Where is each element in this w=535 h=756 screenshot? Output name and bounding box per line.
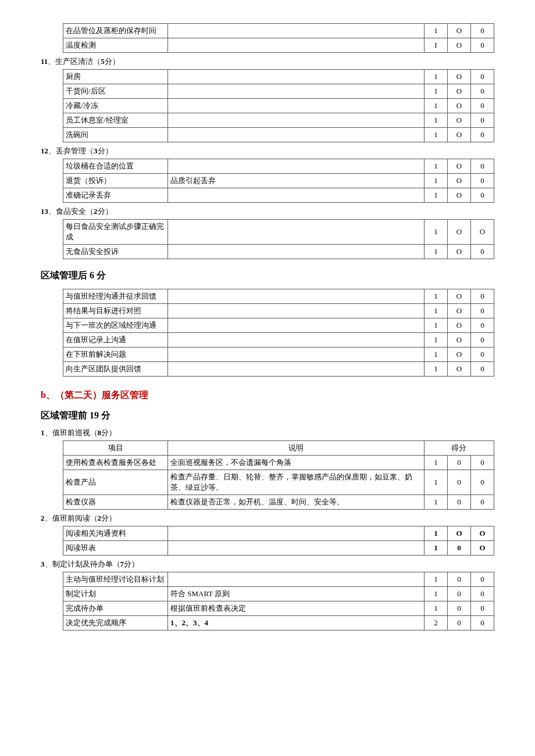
row-score-2: O bbox=[448, 38, 471, 53]
row-item: 在值班记录上沟通 bbox=[63, 333, 168, 347]
section-11-num: 11 bbox=[41, 57, 48, 66]
row-desc bbox=[168, 84, 425, 99]
row-desc bbox=[168, 333, 425, 347]
row-score-3: 0 bbox=[470, 470, 494, 495]
row-item: 干货间/后区 bbox=[63, 84, 168, 99]
row-desc bbox=[168, 362, 425, 377]
row-score-3: 0 bbox=[471, 70, 494, 84]
row-item: 垃圾桶在合适的位置 bbox=[63, 159, 168, 174]
row-desc bbox=[168, 220, 425, 245]
row-score-1: I bbox=[425, 38, 448, 53]
row-score-1: 2 bbox=[425, 616, 448, 630]
row-score-3: 0 bbox=[471, 99, 494, 113]
row-item: 阅读班表 bbox=[63, 541, 168, 556]
section-13-num: 13 bbox=[41, 207, 48, 216]
table-row: 与值班经理沟通并征求回馈1O0 bbox=[63, 289, 494, 304]
row-item: 与下一班次的区域经理沟通 bbox=[63, 318, 168, 333]
section-12-title: 、丢弃管理（ bbox=[48, 146, 94, 155]
row-score-1: 1 bbox=[425, 572, 448, 587]
row-item: 在下班前解决问题 bbox=[63, 347, 168, 362]
row-score-3: 0 bbox=[471, 159, 494, 174]
row-score-2: 0 bbox=[448, 601, 471, 616]
table-row: 在品管位及蒸柜的保存时间1O0 bbox=[63, 24, 494, 38]
row-desc bbox=[168, 99, 425, 113]
row-score-3: 0 bbox=[470, 495, 494, 510]
row-desc bbox=[168, 159, 425, 174]
table-row: 主动与值班经理讨论目标计划100 bbox=[63, 572, 494, 587]
table-row: 每日食品安全测试步骤正确完成1OO bbox=[63, 220, 494, 245]
row-score-2: O bbox=[448, 84, 471, 99]
row-desc bbox=[168, 113, 425, 128]
row-score-2: O bbox=[448, 362, 471, 377]
pre-management-19-header: 区域管理前 19 分 bbox=[41, 410, 494, 422]
row-item: 将结果与目标进行对照 bbox=[63, 304, 168, 318]
after-table-wrap: 与值班经理沟通并征求回馈1O0将结果与目标进行对照1O0与下一班次的区域经理沟通… bbox=[63, 289, 494, 377]
row-item: 与值班经理沟通并征求回馈 bbox=[63, 289, 168, 304]
table-row: 完成待办单根据值班前检查表决定100 bbox=[63, 601, 494, 616]
table-row: 将结果与目标进行对照1O0 bbox=[63, 304, 494, 318]
service-section-1-tail: 分） bbox=[101, 428, 116, 437]
row-score-1: 1 bbox=[425, 362, 448, 377]
row-score-1: 1 bbox=[425, 245, 448, 259]
row-item: 员工休息室/经理室 bbox=[63, 113, 168, 128]
row-desc: 符合 SMART 原则 bbox=[168, 587, 425, 601]
section-12-table: 垃圾桶在合适的位置1O0退货（投诉）品质引起丢弃1O0准确记录丢弃1O0 bbox=[63, 159, 494, 203]
row-score-3: O bbox=[471, 541, 494, 556]
service-section-2-tail: 分） bbox=[101, 514, 116, 522]
row-desc: 品质引起丢弃 bbox=[168, 174, 425, 188]
row-desc bbox=[168, 70, 425, 84]
row-desc: 全面巡视服务区，不会遗漏每个角落 bbox=[168, 456, 425, 470]
row-desc bbox=[168, 128, 425, 142]
row-score-2: O bbox=[448, 526, 471, 541]
row-item: 在品管位及蒸柜的保存时间 bbox=[63, 24, 168, 38]
table-row: 检查仪器检查仪器是否正常，如开机、温度、时间、安全等。100 bbox=[63, 495, 494, 510]
table-row: 与下一班次的区域经理沟通1O0 bbox=[63, 318, 494, 333]
row-score-3: O bbox=[471, 526, 494, 541]
row-score-2: 0 bbox=[447, 456, 470, 470]
table-row: 厨房1O0 bbox=[63, 70, 494, 84]
top-table-wrap: 在品管位及蒸柜的保存时间1O0温度检测IO0 bbox=[63, 23, 494, 53]
header-score: 得分 bbox=[424, 441, 494, 456]
row-score-1: 1 bbox=[425, 587, 448, 601]
row-score-2: O bbox=[448, 113, 471, 128]
service-section-2-table-wrap: 阅读相关沟通资料1OO阅读班表10O bbox=[63, 526, 494, 556]
row-score-1: 1 bbox=[425, 601, 448, 616]
table-row: 无食品安全投诉1O0 bbox=[63, 245, 494, 259]
row-desc bbox=[168, 526, 425, 541]
service-section-3-label: 3、制定计划及待办单（7分） bbox=[41, 559, 494, 569]
row-score-2: O bbox=[448, 174, 471, 188]
service-section-3-table: 主动与值班经理讨论目标计划100制定计划符合 SMART 原则100完成待办单根… bbox=[63, 572, 494, 630]
row-score-1: 1 bbox=[424, 470, 447, 495]
row-desc bbox=[168, 572, 425, 587]
row-score-1: 1 bbox=[425, 113, 448, 128]
row-score-2: O bbox=[448, 188, 471, 203]
row-score-1: 1 bbox=[425, 24, 448, 38]
row-score-3: 0 bbox=[471, 38, 494, 53]
table-row: 冷藏/冷冻1O0 bbox=[63, 99, 494, 113]
row-score-2: 0 bbox=[447, 495, 470, 510]
row-score-1: 1 bbox=[424, 456, 447, 470]
row-score-1: 1 bbox=[425, 541, 448, 556]
row-item: 无食品安全投诉 bbox=[63, 245, 168, 259]
service-section-2-label: 2、值班前阅读（2分） bbox=[41, 513, 494, 524]
row-score-3: O bbox=[471, 220, 494, 245]
row-score-2: O bbox=[448, 318, 471, 333]
section-12-tail: 分） bbox=[98, 146, 113, 155]
row-desc bbox=[168, 38, 425, 53]
row-score-1: 1 bbox=[425, 318, 448, 333]
after-table: 与值班经理沟通并征求回馈1O0将结果与目标进行对照1O0与下一班次的区域经理沟通… bbox=[63, 289, 494, 377]
row-score-1: 1 bbox=[425, 220, 448, 245]
row-score-1: 1 bbox=[425, 99, 448, 113]
row-score-2: O bbox=[448, 245, 471, 259]
row-score-3: 0 bbox=[471, 289, 494, 304]
row-score-3: 0 bbox=[471, 24, 494, 38]
table-row: 决定优先完成顺序1、2、3、4200 bbox=[63, 616, 494, 630]
section-13-table-wrap: 每日食品安全测试步骤正确完成1OO无食品安全投诉1O0 bbox=[63, 219, 494, 259]
row-score-3: 0 bbox=[471, 304, 494, 318]
row-score-2: O bbox=[448, 24, 471, 38]
row-item: 温度检测 bbox=[63, 38, 168, 53]
row-item: 完成待办单 bbox=[63, 601, 168, 616]
service-section-1-table: 项目 说明 得分 使用检查表检查服务区各处全面巡视服务区，不会遗漏每个角落100… bbox=[63, 440, 494, 510]
section-12-num: 12 bbox=[41, 146, 48, 155]
row-score-2: O bbox=[448, 289, 471, 304]
